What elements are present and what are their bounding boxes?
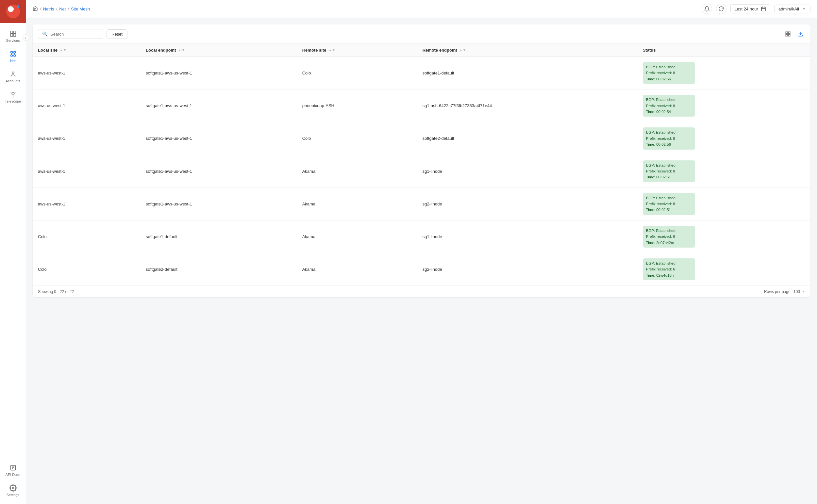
svg-point-12 [12,93,14,95]
row-6-cell-2: Akamai [297,253,417,286]
sidebar-item-services[interactable]: Services [0,26,26,46]
net-icon [9,50,17,57]
row-3-cell-0: aws-us-west-1 [33,155,140,187]
sidebar-item-accounts-label: Accounts [6,79,20,83]
col-local-endpoint-label: Local endpoint [146,48,176,53]
refresh-button[interactable] [716,4,727,14]
site-mesh-table: Local site ▲▼ Local endpoint ▲▼ [33,44,810,286]
breadcrumb-sep-3: / [68,7,69,11]
svg-rect-22 [761,7,765,11]
row-1-cell-1: softgate1-aws-us-west-1 [140,89,297,122]
svg-point-11 [12,72,14,74]
row-0-cell-0: aws-us-west-1 [33,57,140,89]
row-4-status: BGP: EstablishedPrefix received: 8Time: … [638,187,810,220]
header-actions: Last 24 hour admin@All [702,4,810,14]
download-icon [797,31,803,37]
time-selector[interactable]: Last 24 hour [730,4,770,13]
svg-rect-27 [789,32,790,33]
table-row[interactable]: aws-us-west-1softgate1-aws-us-west-1phoe… [33,89,810,122]
rows-per-page: Rows per page: 100 [764,289,805,294]
bell-icon [704,6,710,12]
row-1-cell-0: aws-us-west-1 [33,89,140,122]
search-input[interactable] [50,32,99,37]
chevron-down-icon [802,7,806,11]
col-status: Status [638,44,810,57]
svg-rect-4 [10,52,12,53]
svg-rect-6 [10,55,12,57]
row-2-cell-1: softgate1-aws-us-west-1 [140,122,297,155]
col-local-site[interactable]: Local site ▲▼ [33,44,140,57]
time-label: Last 24 hour [735,7,758,11]
row-6-cell-1: softgate2-default [140,253,297,286]
breadcrumb-net[interactable]: Net [59,7,66,11]
breadcrumb-home-icon[interactable] [33,6,38,12]
sidebar-item-accounts[interactable]: Accounts [0,67,26,87]
sidebar-item-services-label: Services [6,39,20,42]
reset-button[interactable]: Reset [106,29,127,39]
table-row[interactable]: aws-us-west-1softgate1-aws-us-west-1Akam… [33,187,810,220]
svg-point-21 [12,487,14,489]
breadcrumb-site-mesh: Site Mesh [71,7,90,11]
row-4-cell-1: softgate1-aws-us-west-1 [140,187,297,220]
notification-bell-button[interactable] [702,4,712,14]
header: / Netris / Net / Site Mesh Last 24 ho [26,0,817,18]
app-logo [0,0,26,23]
sidebar-item-net[interactable]: Net [0,46,26,67]
svg-rect-7 [13,55,15,57]
col-remote-endpoint[interactable]: Remote endpoint ▲▼ [417,44,638,57]
user-label: admin@All [778,7,799,11]
refresh-icon [718,6,724,12]
row-2-status: BGP: EstablishedPrefix received: 8Time: … [638,122,810,155]
sidebar-item-api-docs[interactable]: API Docs [0,460,26,480]
row-4-cell-3: sg2-linode [417,187,638,220]
col-local-endpoint[interactable]: Local endpoint ▲▼ [140,44,297,57]
services-icon [9,30,17,37]
row-0-cell-3: softgate1-default [417,57,638,89]
table-row[interactable]: Colosoftgate1-defaultAkamaisg1-linodeBGP… [33,220,810,253]
row-6-cell-0: Colo [33,253,140,286]
rows-per-page-value[interactable]: 100 [793,289,805,294]
sidebar-item-telescope[interactable]: Telescope [0,87,26,107]
user-selector[interactable]: admin@All [774,5,810,13]
table-row[interactable]: aws-us-west-1softgate1-aws-us-west-1Akam… [33,155,810,187]
table-card: 🔍 Reset [33,24,810,297]
content-area: 🔍 Reset [26,18,817,504]
svg-rect-29 [789,35,790,36]
svg-line-16 [14,93,15,93]
sidebar-item-settings[interactable]: Settings [0,480,26,501]
telescope-icon [9,91,17,98]
showing-count: Showing 0 - 22 of 22 [38,289,74,294]
toolbar-right [783,29,805,39]
row-6-status: BGP: EstablishedPrefix received: 6Time: … [638,253,810,286]
col-remote-site[interactable]: Remote site ▲▼ [297,44,417,57]
col-status-label: Status [643,48,656,53]
svg-rect-3 [13,34,15,36]
row-0-status: BGP: EstablishedPrefix received: 8Time: … [638,57,810,89]
row-4-cell-2: Akamai [297,187,417,220]
accounts-icon [9,71,17,78]
row-5-cell-3: sg1-linode [417,220,638,253]
row-5-status: BGP: EstablishedPrefix received: 6Time: … [638,220,810,253]
table-footer: Showing 0 - 22 of 22 Rows per page: 100 [33,286,810,297]
layout-toggle-button[interactable] [783,29,793,39]
download-button[interactable] [795,29,805,39]
col-remote-site-label: Remote site [302,48,326,53]
row-2-cell-2: Colo [297,122,417,155]
svg-rect-1 [13,31,15,33]
row-1-cell-3: sg1-ash-6422c77f3fb27363a4f71e44 [417,89,638,122]
table-row[interactable]: aws-us-west-1softgate1-aws-us-west-1Colo… [33,57,810,89]
col-local-site-label: Local site [38,48,57,53]
sidebar-collapse-button[interactable]: › [23,34,29,41]
row-1-status: BGP: EstablishedPrefix received: 8Time: … [638,89,810,122]
table-row[interactable]: Colosoftgate2-defaultAkamaisg2-linodeBGP… [33,253,810,286]
sidebar-item-net-label: Net [10,59,16,63]
table-row[interactable]: aws-us-west-1softgate1-aws-us-west-1Colo… [33,122,810,155]
breadcrumb: / Netris / Net / Site Mesh [33,6,698,12]
sidebar-item-telescope-label: Telescope [5,99,21,103]
search-box[interactable]: 🔍 [38,29,103,39]
breadcrumb-netris[interactable]: Netris [43,7,54,11]
row-2-cell-3: softgate2-default [417,122,638,155]
search-icon: 🔍 [42,31,48,37]
rows-chevron-icon [801,290,805,294]
sidebar-item-settings-label: Settings [7,493,20,497]
